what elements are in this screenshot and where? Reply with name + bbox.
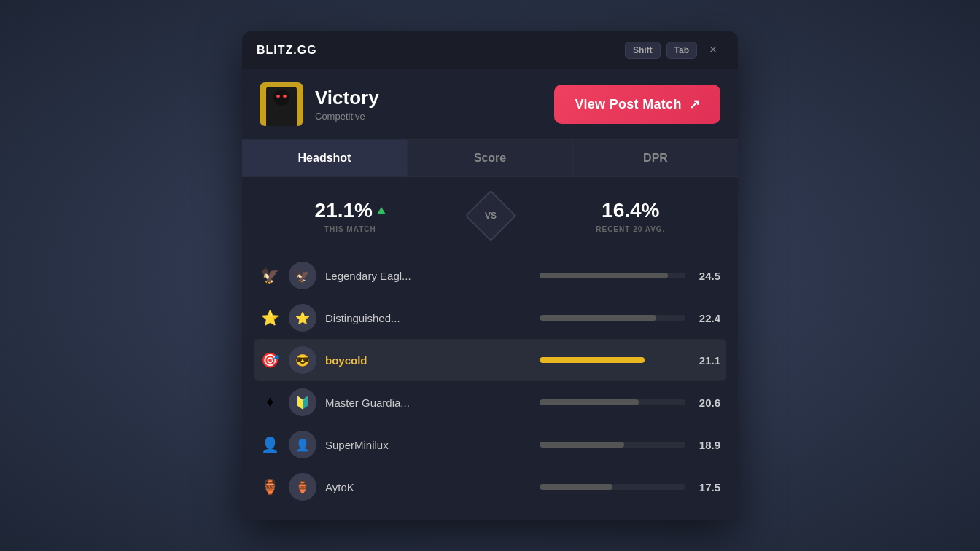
player-row: 👤👤SuperMinilux18.9 <box>254 423 726 466</box>
match-left-section: Victory Competitive <box>260 82 379 126</box>
player-row: ✦🔰Master Guardia...20.6 <box>254 381 726 423</box>
recent-avg-value: 16.4% <box>596 199 665 222</box>
match-info-row: Victory Competitive View Post Match ↗ <box>242 69 738 139</box>
player-name: Distinguished... <box>325 312 531 324</box>
app-logo: BLITZ.GG <box>257 44 317 57</box>
player-row: 🎯😎boycold21.1 <box>254 339 726 381</box>
header-bar: BLITZ.GG Shift Tab × <box>242 31 738 69</box>
player-score-value: 22.4 <box>694 312 720 324</box>
player-name: AytoK <box>325 481 531 493</box>
player-row: 🦅🦅Legendary Eagl...24.5 <box>254 254 726 297</box>
shift-key-badge: Shift <box>625 42 661 59</box>
rank-icon: ✦ <box>260 394 280 411</box>
recent-avg-label: RECENT 20 AVG. <box>596 225 665 233</box>
player-avatar-icon: 🦅 <box>289 262 316 289</box>
player-score-value: 24.5 <box>694 270 720 282</box>
view-post-match-button[interactable]: View Post Match ↗ <box>554 85 720 124</box>
this-match-label: THIS MATCH <box>315 225 386 233</box>
score-bar <box>540 357 685 363</box>
tab-dpr[interactable]: DPR <box>573 140 738 176</box>
player-score-value: 20.6 <box>694 396 720 409</box>
player-avatar-icon: 😎 <box>289 346 316 374</box>
player-avatar-icon: 🏺 <box>289 473 316 501</box>
avatar-eye-left <box>276 95 280 98</box>
score-bar-fill <box>540 315 656 321</box>
player-name: Master Guardia... <box>325 396 531 409</box>
trend-up-icon <box>377 207 386 214</box>
player-row: 🏺🏺AytoK17.5 <box>254 466 726 508</box>
player-name: Legendary Eagl... <box>325 270 531 282</box>
score-bar-fill <box>540 273 668 278</box>
match-mode: Competitive <box>315 111 379 122</box>
vs-label: VS <box>485 211 497 221</box>
player-avatar-icon: 👤 <box>289 431 316 458</box>
tab-score[interactable]: Score <box>408 140 573 176</box>
stats-comparison: 21.1% THIS MATCH VS 16.4% RECENT 20 AVG. <box>242 176 738 254</box>
tab-key-badge: Tab <box>666 42 697 59</box>
score-bar <box>540 484 685 490</box>
score-bar-fill <box>540 357 645 363</box>
this-match-stat: 21.1% THIS MATCH <box>315 199 386 233</box>
score-bar <box>540 273 685 278</box>
tab-headshot[interactable]: Headshot <box>242 140 408 176</box>
rank-icon: 👤 <box>260 436 280 453</box>
external-link-icon: ↗ <box>689 96 700 112</box>
this-match-value: 21.1% <box>315 199 386 222</box>
recent-avg-stat: 16.4% RECENT 20 AVG. <box>596 199 665 233</box>
player-avatar <box>260 82 303 126</box>
player-score-value: 21.1 <box>694 354 720 367</box>
avatar-eyes <box>276 95 287 98</box>
main-panel: BLITZ.GG Shift Tab × Victory Competitive <box>242 31 738 520</box>
rank-icon: 🏺 <box>260 478 280 496</box>
rank-icon: ⭐ <box>260 309 280 327</box>
match-text: Victory Competitive <box>315 87 379 122</box>
score-bar <box>540 442 685 448</box>
score-bar-fill <box>540 484 612 490</box>
tab-bar: Headshot Score DPR <box>242 139 738 176</box>
avatar-eye-right <box>283 95 287 98</box>
player-avatar-icon: ⭐ <box>289 304 316 332</box>
score-bar-fill <box>540 399 639 405</box>
avatar-figure <box>266 87 297 126</box>
player-name: SuperMinilux <box>325 439 531 451</box>
player-row: ⭐⭐Distinguished...22.4 <box>254 297 726 339</box>
score-bar <box>540 315 685 321</box>
close-button[interactable]: × <box>703 40 723 60</box>
player-avatar-icon: 🔰 <box>289 388 316 416</box>
match-result: Victory <box>315 87 379 109</box>
rank-icon: 🦅 <box>260 267 280 284</box>
player-score-value: 17.5 <box>694 481 720 493</box>
player-name: boycold <box>325 354 531 367</box>
rank-icon: 🎯 <box>260 351 280 369</box>
header-actions: Shift Tab × <box>625 40 723 60</box>
vs-diamond: VS <box>465 190 517 242</box>
view-post-label: View Post Match <box>575 97 681 112</box>
player-score-value: 18.9 <box>694 439 720 451</box>
player-list: 🦅🦅Legendary Eagl...24.5⭐⭐Distinguished..… <box>242 254 738 520</box>
score-bar <box>540 399 685 405</box>
score-bar-fill <box>540 442 624 448</box>
